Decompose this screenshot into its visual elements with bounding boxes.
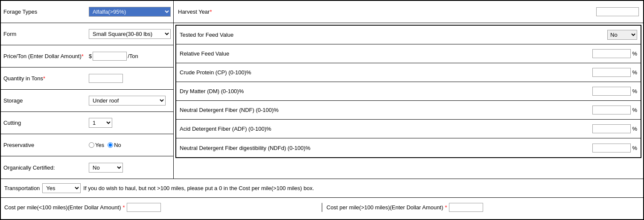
cutting-row: Cutting 1 2 3 4 bbox=[1, 112, 173, 134]
adf-unit: % bbox=[632, 126, 637, 132]
ndfd-row: Neutral Detergent Fiber digestibility (N… bbox=[176, 138, 641, 157]
price-ton-row: Price/Ton (Enter Dollar Amount)* $ /Ton bbox=[1, 45, 173, 67]
relative-feed-value-row: Relative Feed Value 0 % bbox=[176, 44, 641, 63]
ndf-unit: % bbox=[632, 107, 637, 113]
left-column: Forage Types Alfalfa(>95%) Alfalfa(<95%)… bbox=[1, 1, 174, 179]
price-input[interactable] bbox=[93, 52, 127, 61]
ndf-input[interactable]: 0 bbox=[592, 106, 631, 114]
preservative-no-label[interactable]: No bbox=[108, 142, 121, 148]
price-ton-label: Price/Ton (Enter Dollar Amount)* bbox=[3, 53, 89, 59]
storage-label: Storage bbox=[3, 97, 89, 104]
crude-protein-label: Crude Protein (CP) (0-100)% bbox=[180, 69, 592, 76]
harvest-year-required-star: * bbox=[210, 9, 212, 15]
forage-types-select[interactable]: Alfalfa(>95%) Alfalfa(<95%) Grass Mixed bbox=[89, 7, 171, 17]
transportation-row: Transportation Yes No If you do wish to … bbox=[1, 179, 643, 198]
cost-lt100-label: Cost per mile(<100 miles)(Enter Dollar A… bbox=[4, 204, 121, 211]
cost-gt100-input[interactable] bbox=[449, 203, 483, 212]
cost-row: Cost per mile(<100 miles)(Enter Dollar A… bbox=[1, 198, 643, 217]
dry-matter-unit: % bbox=[632, 88, 637, 94]
ndf-row: Neutral Detergent Fiber (NDF) (0-100)% 0… bbox=[176, 101, 641, 120]
relative-feed-value-unit: % bbox=[632, 50, 637, 57]
cost-gt100-group: Cost per mile(>100 miles)(Enter Dollar A… bbox=[322, 203, 640, 212]
tested-feed-value-select[interactable]: No Yes bbox=[607, 30, 637, 40]
adf-label: Acid Detergent Fiber (ADF) (0-100)% bbox=[180, 126, 592, 132]
forage-types-row: Forage Types Alfalfa(>95%) Alfalfa(<95%)… bbox=[1, 1, 173, 23]
transportation-label: Transportation bbox=[4, 185, 40, 191]
dry-matter-row: Dry Matter (DM) (0-100)% 0 % bbox=[176, 82, 641, 101]
per-ton-label: /Ton bbox=[128, 53, 138, 59]
cost-gt100-required-star: * bbox=[445, 204, 447, 211]
cost-gt100-label: Cost per mile(>100 miles)(Enter Dollar A… bbox=[326, 204, 443, 211]
quantity-label: Quantity in Tons* bbox=[3, 75, 89, 82]
storage-select[interactable]: Under roof Outside Barn bbox=[89, 96, 166, 106]
adf-input[interactable]: 0 bbox=[592, 124, 631, 133]
price-input-group: $ /Ton bbox=[89, 52, 138, 61]
preservative-radio-group: Yes No bbox=[89, 142, 121, 148]
form-row: Form Small Square(30-80 lbs) Large Squar… bbox=[1, 23, 173, 45]
organically-certified-row: Organically Certified: No Yes bbox=[1, 156, 173, 179]
main-form: Forage Types Alfalfa(>95%) Alfalfa(<95%)… bbox=[0, 0, 644, 220]
ndfd-label: Neutral Detergent Fiber digestibility (N… bbox=[180, 145, 592, 151]
top-section: Forage Types Alfalfa(>95%) Alfalfa(<95%)… bbox=[1, 1, 643, 179]
crude-protein-row: Crude Protein (CP) (0-100)% 0 % bbox=[176, 63, 641, 82]
cost-lt100-required-star: * bbox=[122, 204, 125, 211]
tested-feed-value-row: Tested for Feed Value No Yes bbox=[176, 26, 641, 44]
ndfd-input[interactable]: 0 bbox=[592, 144, 631, 153]
preservative-yes-label[interactable]: Yes bbox=[89, 142, 104, 148]
right-column: Harvest Year* Tested for Feed Value No Y… bbox=[174, 1, 643, 179]
dry-matter-label: Dry Matter (DM) (0-100)% bbox=[180, 88, 592, 94]
cutting-select[interactable]: 1 2 3 4 bbox=[89, 118, 112, 128]
organically-certified-label: Organically Certified: bbox=[3, 164, 89, 171]
ndfd-unit: % bbox=[632, 145, 637, 151]
preservative-yes-text: Yes bbox=[95, 142, 104, 148]
storage-row: Storage Under roof Outside Barn bbox=[1, 90, 173, 112]
transportation-note: If you do wish to haul, but not >100 mil… bbox=[83, 185, 314, 191]
harvest-year-input[interactable] bbox=[596, 7, 639, 16]
cost-lt100-input[interactable] bbox=[127, 203, 161, 212]
feed-value-panel: Tested for Feed Value No Yes Relative Fe… bbox=[175, 25, 641, 158]
preservative-label: Preservative bbox=[3, 142, 89, 148]
forage-types-label: Forage Types bbox=[3, 9, 89, 15]
quantity-required-star: * bbox=[43, 75, 45, 82]
transportation-select[interactable]: Yes No bbox=[42, 183, 81, 193]
harvest-year-label: Harvest Year* bbox=[178, 9, 212, 15]
organically-certified-select[interactable]: No Yes bbox=[89, 163, 123, 173]
cost-lt100-group: Cost per mile(<100 miles)(Enter Dollar A… bbox=[4, 203, 322, 212]
crude-protein-unit: % bbox=[632, 69, 637, 76]
preservative-row: Preservative Yes No bbox=[1, 134, 173, 156]
dry-matter-input[interactable]: 0 bbox=[592, 87, 631, 96]
quantity-row: Quantity in Tons* bbox=[1, 67, 173, 90]
harvest-year-row: Harvest Year* bbox=[174, 1, 643, 23]
price-required-star: * bbox=[82, 53, 84, 59]
crude-protein-input[interactable]: 0 bbox=[592, 68, 631, 77]
form-label: Form bbox=[3, 31, 89, 37]
preservative-no-radio[interactable] bbox=[108, 142, 113, 148]
dollar-sign: $ bbox=[89, 53, 92, 59]
tested-feed-value-label: Tested for Feed Value bbox=[180, 32, 607, 38]
adf-row: Acid Detergent Fiber (ADF) (0-100)% 0 % bbox=[176, 120, 641, 138]
relative-feed-value-label: Relative Feed Value bbox=[180, 50, 592, 57]
ndf-label: Neutral Detergent Fiber (NDF) (0-100)% bbox=[180, 107, 592, 113]
preservative-yes-radio[interactable] bbox=[89, 142, 94, 148]
quantity-input[interactable] bbox=[89, 74, 123, 83]
cutting-label: Cutting bbox=[3, 120, 89, 126]
form-select[interactable]: Small Square(30-80 lbs) Large Square Lar… bbox=[89, 29, 171, 39]
preservative-no-text: No bbox=[114, 142, 121, 148]
bottom-section: Transportation Yes No If you do wish to … bbox=[1, 179, 643, 217]
relative-feed-value-input[interactable]: 0 bbox=[592, 49, 631, 58]
